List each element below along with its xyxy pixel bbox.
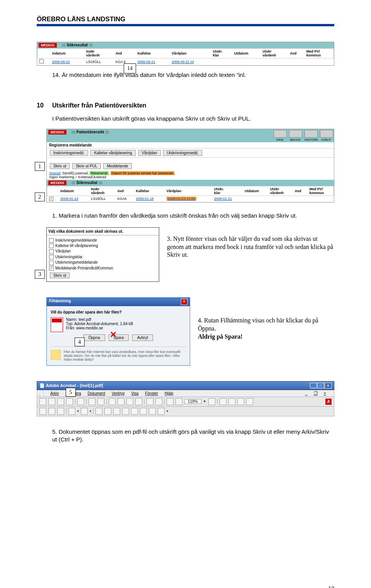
hand-icon[interactable]	[39, 408, 46, 415]
adobe-logo-icon: A	[325, 399, 332, 405]
close-icon[interactable]: ×	[325, 383, 332, 389]
section-10-heading: 10Utskrifter från Patientöversikten	[37, 102, 334, 109]
pdf-icon	[51, 317, 63, 332]
view2-icon[interactable]	[228, 398, 235, 405]
save-icon[interactable]	[48, 398, 55, 405]
file-dl-title: Filhämtning	[49, 299, 71, 305]
stamp-icon[interactable]	[149, 408, 156, 415]
text-tool-icon[interactable]	[68, 408, 75, 415]
table-header-row: Indatum Inskr vårdenh Avd Kallelse Vårdp…	[47, 186, 334, 196]
callout-5: 5	[66, 388, 76, 397]
acrobat-menu: 📄 Arkiv Redigera Dokument Verktyg Visa F…	[37, 390, 334, 397]
view1-icon[interactable]	[220, 398, 226, 405]
select-icon[interactable]	[57, 408, 64, 415]
form-icon[interactable]	[158, 408, 165, 415]
checkbox-option[interactable]: Kallelse till vårdplanering	[49, 243, 157, 249]
crop-icon[interactable]	[131, 408, 138, 415]
sokresultat-title: ::: Sökresultat :::	[58, 43, 93, 47]
checkbox-option[interactable]: Utskrivningsklar	[49, 254, 157, 260]
print-dialog: Välj vilka dokument som skall skrivas ut…	[46, 227, 159, 282]
view4-icon[interactable]	[246, 398, 253, 405]
menu-visa[interactable]: Visa	[131, 391, 138, 395]
home-icon[interactable]	[274, 130, 287, 138]
callout-2: 2	[35, 193, 45, 201]
checkbox-option[interactable]: Vårdplan	[49, 249, 157, 254]
menu-arkiv[interactable]: Arkiv	[50, 391, 59, 395]
inner-restore-icon[interactable]: ❐	[314, 391, 318, 396]
close-icon[interactable]: ×	[181, 299, 187, 305]
inner-close-icon[interactable]: ×	[324, 391, 326, 396]
doc-header: ÖREBRO LÄNS LANDSTING	[37, 15, 334, 26]
status-legend: Sparad, Sänd/Ej justerad, Returnerat, Da…	[47, 170, 334, 180]
last-page-icon[interactable]	[135, 398, 142, 405]
callout-3: 3	[35, 270, 45, 279]
section-10-intro: I Patientöversikten kan utskrift göras v…	[52, 115, 334, 123]
maximize-icon[interactable]: □	[317, 383, 324, 389]
prev-page-icon[interactable]	[117, 398, 124, 405]
acrobat-toolbar-2: ▾ ▾ ▾	[37, 407, 334, 416]
line-icon[interactable]	[113, 408, 120, 415]
inner-min-icon[interactable]: _	[305, 391, 307, 396]
page-number: 12	[328, 585, 334, 588]
menu-hjalp[interactable]: Hjälp	[165, 391, 174, 395]
print-icon[interactable]	[57, 398, 64, 405]
menu-dokument[interactable]: Dokument	[88, 391, 106, 395]
history-icon[interactable]	[305, 130, 318, 138]
next-page-icon[interactable]	[126, 398, 133, 405]
skriv-ut-button[interactable]: Skriv ut	[50, 163, 70, 169]
note-icon[interactable]	[81, 408, 88, 415]
mail-icon[interactable]	[66, 398, 73, 405]
open-icon[interactable]	[39, 398, 46, 405]
checkbox-option[interactable]: Utskrivningsmeddelande	[49, 260, 157, 265]
first-page-icon[interactable]	[109, 398, 116, 405]
shield-icon	[51, 350, 61, 360]
zoom-in-icon[interactable]	[175, 398, 182, 405]
tab-utskrivning[interactable]: Utskrivningsmedd.	[163, 150, 202, 156]
tab-vardplan[interactable]: Vårdplan	[138, 150, 161, 156]
back-icon[interactable]	[146, 398, 153, 405]
registrera-heading: Registrera meddelande	[47, 142, 334, 148]
rect-icon[interactable]	[122, 408, 129, 415]
window-controls: _□×	[310, 383, 332, 389]
checkbox-option[interactable]: Inskrivningsmeddelande	[49, 238, 157, 243]
menu-verktyg[interactable]: Verktyg	[112, 391, 124, 395]
find-icon[interactable]	[77, 398, 84, 405]
view3-icon[interactable]	[237, 398, 244, 405]
camera-icon[interactable]	[88, 398, 95, 405]
step-4-text: 4. Rutan Filhämtning visas och här klick…	[198, 297, 334, 341]
zoom-out-icon[interactable]	[167, 398, 174, 405]
file-dl-question: Vill du öppna eller spara den här filen?	[51, 310, 186, 314]
page-icon[interactable]	[97, 398, 104, 405]
open-button[interactable]: Öppna	[83, 334, 105, 341]
red-x-icon: ✕	[110, 330, 117, 340]
minimize-icon[interactable]: _	[310, 383, 317, 389]
sokresult-panel: MEDDIX ::: Sökresultat ::: Indatum Inskr…	[37, 42, 334, 66]
sokresultat-title-2: ::: Sökresultat :::	[68, 181, 102, 185]
patientoversikt-panel: MEDDIX ::: Patientöversikt ::: HEM BACKA…	[46, 129, 334, 203]
skriv-ut-pul-button[interactable]: Skriv ut PUL	[72, 163, 101, 169]
acrobat-window: 📄 Adobe Acrobat - [teel[1].pdf] _□× 📄 Ar…	[37, 381, 334, 416]
meddix-logo: MEDDIX	[48, 130, 66, 135]
file-dl-footer: Filer du hämtar från Internet kan vara a…	[64, 350, 186, 361]
nav-icons: HEM BACKA HISTORK HJÄLP	[274, 130, 332, 141]
step-1-text: 1. Markera i rutan framför den vårdkedja…	[52, 212, 334, 220]
checkbox-option[interactable]: ✓Meddelande Primärvård/Kommun	[49, 266, 157, 271]
back-icon[interactable]	[289, 130, 302, 138]
help-icon[interactable]	[320, 130, 333, 138]
zoom-tool-icon[interactable]	[48, 408, 55, 415]
pencil-icon[interactable]	[95, 408, 102, 415]
table-row[interactable]: 2006-09-21 LS18ÖLL KGA 6 2006-09-21 2006…	[37, 58, 334, 65]
forward-icon[interactable]	[155, 398, 162, 405]
tab-inskrivning[interactable]: Inskrivningsmedd.	[50, 150, 88, 156]
dialog-skriv-ut-button[interactable]: Skriv ut	[50, 273, 70, 278]
table-row[interactable]: ✓ 2008-01-14 LS18ÖLL KGA6 2008-01-18 200…	[47, 196, 334, 202]
highlight-icon[interactable]	[104, 408, 111, 415]
tab-kallelse[interactable]: Kallelse vårdplanering	[90, 150, 135, 156]
fit-icon[interactable]	[208, 398, 215, 405]
step-14-text: 14. Är mötesdatum inte ifyllt visas datu…	[52, 71, 334, 79]
menu-fonster[interactable]: Fönster	[145, 391, 158, 395]
cancel-button[interactable]: Avbryt	[132, 334, 153, 341]
meddelande-button[interactable]: Meddelande	[103, 163, 131, 169]
link-icon[interactable]	[140, 408, 147, 415]
zoom-field[interactable]: 118%	[184, 399, 201, 404]
